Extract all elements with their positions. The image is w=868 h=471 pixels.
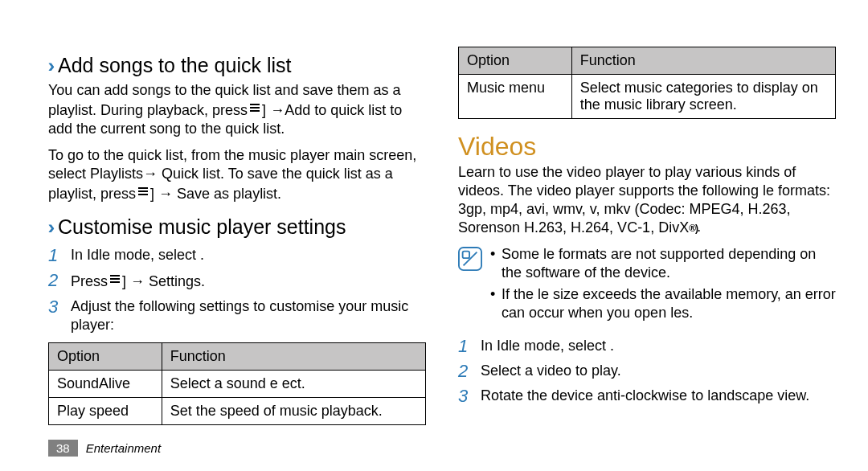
svg-rect-0	[250, 104, 260, 105]
th-function: Function	[571, 47, 835, 75]
page-number: 38	[48, 440, 78, 457]
svg-rect-6	[110, 275, 120, 276]
svg-rect-7	[110, 278, 120, 280]
svg-rect-2	[250, 110, 260, 112]
section-label: Entertainment	[86, 441, 161, 455]
note-list: Some le formats are not supported depend…	[490, 245, 836, 326]
text-segment: Press	[71, 273, 108, 289]
step-item: In Idle mode, select .	[48, 243, 426, 268]
th-function: Function	[162, 343, 425, 371]
table-row: Music menu Select music categories to di…	[459, 75, 836, 119]
left-column: ›Add songs to the quick list You can add…	[48, 42, 426, 425]
td-function: Select music categories to display on th…	[571, 75, 835, 119]
text-segment: D	[658, 219, 669, 236]
heading-add-songs: ›Add songs to the quick list	[48, 53, 426, 78]
right-column: Option Function Music menu Select music …	[458, 42, 836, 412]
registered-icon: ®).	[689, 223, 699, 234]
heading-customise: ›Customise music player settings	[48, 215, 426, 240]
table-music-settings: Option Function SoundAlive Select a soun…	[48, 342, 426, 425]
svg-rect-5	[138, 194, 148, 195]
steps-videos: In Idle mode, select . Select a video to…	[458, 334, 836, 408]
heading-text: Add songs to the quick list	[58, 54, 291, 76]
paragraph-add-songs-2: To go to the quick list, from the music …	[48, 146, 426, 203]
step-item: Select a video to play.	[458, 358, 836, 383]
text-segment: ivX	[669, 219, 689, 236]
chevron-icon: ›	[48, 55, 55, 78]
note-box: Some le formats are not supported depend…	[458, 245, 836, 326]
svg-rect-11	[463, 252, 469, 258]
step-item: Rotate the device anti-clockwise to land…	[458, 383, 836, 408]
svg-rect-8	[110, 281, 120, 283]
heading-text: Customise music player settings	[58, 215, 346, 238]
text-segment: → Save as playlist.	[154, 186, 281, 202]
td-option: Music menu	[459, 75, 572, 119]
table-row: SoundAlive Select a sound e ect.	[49, 371, 426, 398]
td-option: SoundAlive	[49, 371, 162, 398]
th-option: Option	[459, 47, 572, 75]
paragraph-videos-intro: Learn to use the video player to play va…	[458, 163, 836, 237]
th-option: Option	[49, 343, 162, 371]
step-item: Adjust the following settings to customi…	[48, 294, 426, 338]
td-function: Select a sound e ect.	[162, 371, 425, 398]
text-segment: Learn to use the video player to play va…	[458, 164, 830, 236]
chevron-icon: ›	[48, 216, 55, 240]
footer: 38 Entertainment	[48, 440, 161, 457]
note-item: Some le formats are not supported depend…	[490, 245, 836, 285]
heading-videos: Videos	[458, 132, 836, 162]
svg-rect-3	[138, 187, 148, 189]
note-item: If the le size exceeds the available mem…	[490, 285, 836, 326]
step-item: In Idle mode, select .	[458, 334, 836, 358]
menu-icon	[249, 100, 260, 118]
paragraph-add-songs-1: You can add songs to the quick list and …	[48, 81, 426, 138]
table-row: Play speed Set the speed of music playba…	[49, 398, 426, 425]
menu-icon	[109, 271, 121, 289]
table-music-menu: Option Function Music menu Select music …	[458, 47, 836, 119]
step-item: Press] → Settings.	[48, 268, 426, 294]
page-root: ›Add songs to the quick list You can add…	[0, 0, 868, 471]
note-icon	[458, 247, 485, 326]
text-segment: → Settings.	[126, 273, 205, 289]
svg-rect-4	[138, 190, 148, 192]
menu-icon	[137, 183, 149, 202]
steps-customise: In Idle mode, select . Press] → Settings…	[48, 243, 426, 338]
svg-rect-1	[250, 107, 260, 109]
td-option: Play speed	[49, 398, 162, 425]
td-function: Set the speed of music playback.	[162, 398, 425, 425]
